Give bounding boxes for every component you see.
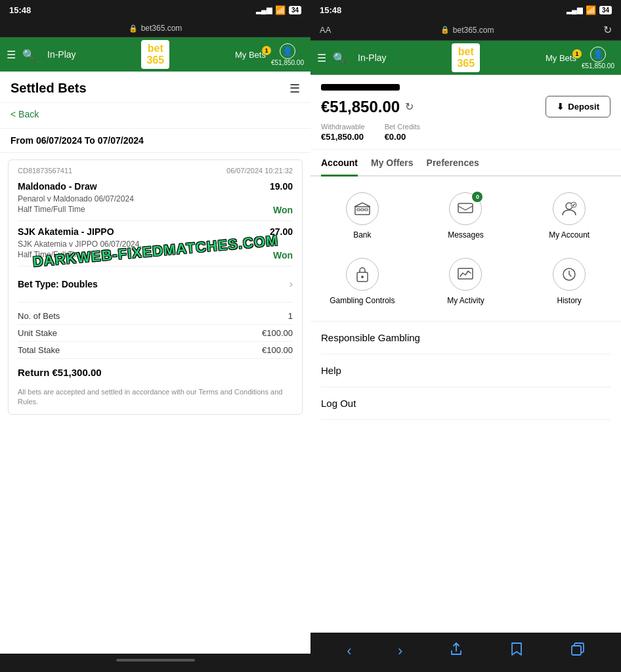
account-balance-section: €51,850.00 ↻ ⬇ Deposit Withdrawable €51,…: [310, 75, 621, 150]
logout-item[interactable]: Log Out: [321, 387, 610, 420]
right-aa[interactable]: AA: [320, 25, 331, 35]
history-item[interactable]: History: [517, 249, 621, 314]
left-nav-account[interactable]: 👤 €51,850.00: [271, 43, 304, 66]
bet-credits-label: Bet Credits: [385, 123, 420, 131]
deposit-button[interactable]: ⬇ Deposit: [546, 96, 610, 117]
bet2-row: SJK Akatemia - JIPPO 27.00: [18, 226, 293, 237]
bet-card-1-header: CD81873567411 06/07/2024 10:21:32: [18, 167, 293, 175]
right-status-bar: 15:48 ▂▄▆ 📶 34: [310, 0, 621, 20]
right-menu-icon[interactable]: ☰: [317, 52, 326, 64]
right-logo[interactable]: bet 365: [452, 43, 480, 72]
right-time: 15:48: [320, 5, 341, 15]
bank-label: Bank: [353, 230, 371, 240]
unit-stake-label: Unit Stake: [18, 328, 57, 338]
bet-credits-value: €0.00: [385, 132, 406, 142]
right-wifi-icon: 📶: [586, 5, 596, 15]
messages-item[interactable]: 0 Messages: [414, 183, 518, 249]
withdrawable-item: Withdrawable €51,850.00: [321, 123, 365, 142]
bet-type-row[interactable]: Bet Type: Doubles ›: [18, 272, 293, 297]
left-time: 15:48: [9, 5, 31, 15]
my-activity-label: My Activity: [447, 296, 484, 305]
settings-icon[interactable]: ☰: [289, 81, 300, 96]
left-account-icon: 👤: [280, 43, 295, 59]
right-lock-icon: 🔒: [440, 26, 450, 34]
bet2-market: Half Time/Full Time Won: [18, 250, 293, 261]
right-url-center: 🔒 bet365.com: [440, 26, 494, 35]
tab-preferences[interactable]: Preferences: [427, 150, 479, 177]
bet2-match: SJK Akatemia v JIPPO 06/07/2024: [18, 240, 293, 249]
browser-forward-button[interactable]: ›: [398, 642, 402, 660]
left-url-bar: 🔒 bet365.com: [0, 20, 310, 37]
svg-rect-4: [458, 203, 473, 213]
messages-icon-circle: 0: [449, 192, 482, 225]
no-bets-row: No. of Bets 1: [18, 308, 293, 325]
browser-tabs-button[interactable]: [570, 642, 585, 660]
account-menu-section: Responsible Gambling Help Log Out: [310, 322, 621, 420]
gambling-controls-icon-circle: [346, 258, 379, 291]
right-inplay[interactable]: In-Play: [358, 52, 387, 63]
bet1-odds: 19.00: [270, 181, 293, 192]
bet-card-1: CD81873567411 06/07/2024 10:21:32 Maldon…: [8, 159, 303, 415]
svg-rect-3: [365, 209, 368, 211]
right-refresh-icon[interactable]: ↻: [603, 24, 612, 36]
browser-back-button[interactable]: ‹: [347, 642, 351, 660]
left-wifi-icon: 📶: [275, 5, 286, 15]
svg-rect-11: [572, 646, 581, 655]
no-bets-value: 1: [288, 311, 293, 321]
left-menu-icon[interactable]: ☰: [7, 49, 16, 61]
back-button[interactable]: < Back: [11, 109, 39, 119]
left-signal-icon: ▂▄▆: [256, 6, 272, 14]
balance-refresh-button[interactable]: ↻: [405, 100, 414, 113]
bet2-result: Won: [273, 250, 293, 261]
bank-item[interactable]: Bank: [310, 183, 414, 249]
my-activity-item[interactable]: My Activity: [414, 249, 518, 314]
bet1-match: Penarol v Maldonado 06/07/2024: [18, 194, 293, 203]
settled-bets-title: Settled Bets: [11, 81, 87, 96]
my-account-item[interactable]: My Account: [517, 183, 621, 249]
left-lock-icon: 🔒: [129, 24, 138, 33]
help-item[interactable]: Help: [321, 354, 610, 387]
left-nav-bar: ☰ 🔍 In-Play bet 365 My Bets 1 👤 €51,850.…: [0, 37, 310, 72]
account-tabs: Account My Offers Preferences: [310, 150, 621, 177]
bet1-market: Half Time/Full Time Won: [18, 205, 293, 215]
left-inplay[interactable]: In-Play: [47, 49, 76, 60]
left-mybets[interactable]: My Bets 1: [235, 50, 266, 60]
svg-rect-9: [458, 268, 473, 279]
no-bets-label: No. of Bets: [18, 311, 60, 321]
left-main-content: Settled Bets ☰ < Back From 06/07/2024 To…: [0, 72, 310, 654]
gambling-controls-item[interactable]: Gambling Controls: [310, 249, 414, 314]
right-url-bar: AA 🔒 bet365.com ↻: [310, 20, 621, 41]
svg-rect-1: [357, 209, 360, 211]
balance-sub: Withdrawable €51,850.00 Bet Credits €0.0…: [321, 123, 610, 142]
messages-badge: 0: [472, 192, 482, 202]
right-nav-bar: ☰ 🔍 In-Play bet 365 My Bets 1 👤 €51,850.…: [310, 41, 621, 75]
terms-text: All bets are accepted and settled in acc…: [18, 387, 293, 408]
withdrawable-value: €51,850.00: [321, 132, 364, 142]
left-search-icon[interactable]: 🔍: [22, 49, 35, 61]
return-row: Return €51,300.00: [18, 359, 293, 381]
tab-my-offers[interactable]: My Offers: [371, 150, 414, 177]
right-search-icon[interactable]: 🔍: [333, 52, 346, 64]
right-nav-account[interactable]: 👤 €51,850.00: [582, 47, 614, 70]
my-account-label: My Account: [549, 230, 589, 240]
tab-account[interactable]: Account: [321, 150, 358, 177]
history-icon-circle: [553, 258, 586, 291]
bet1-result: Won: [273, 205, 293, 215]
bet1-selection: Maldonado - Draw: [18, 181, 270, 192]
right-account-icon: 👤: [590, 47, 606, 62]
account-name-bar: [321, 84, 400, 91]
left-account-balance: €51,850.00: [271, 59, 304, 66]
browser-share-button[interactable]: [449, 642, 463, 660]
bet-ref: CD81873567411: [18, 167, 72, 175]
responsible-gambling-item[interactable]: Responsible Gambling: [321, 322, 610, 354]
bet-type-label: Bet Type: Doubles: [18, 279, 98, 289]
left-logo[interactable]: bet 365: [141, 40, 169, 68]
right-mybets[interactable]: My Bets 1: [546, 53, 576, 63]
bet-credits-item: Bet Credits €0.00: [385, 123, 420, 142]
left-mybets-badge: 1: [262, 46, 271, 55]
browser-bookmarks-button[interactable]: [509, 642, 524, 660]
date-range: From 06/07/2024 To 07/07/2024: [0, 129, 310, 153]
phone-left: 15:48 ▂▄▆ 📶 34 🔒 bet365.com ☰ 🔍 In-Play …: [0, 0, 310, 672]
left-battery: 34: [289, 6, 301, 14]
total-stake-value: €100.00: [262, 345, 293, 355]
